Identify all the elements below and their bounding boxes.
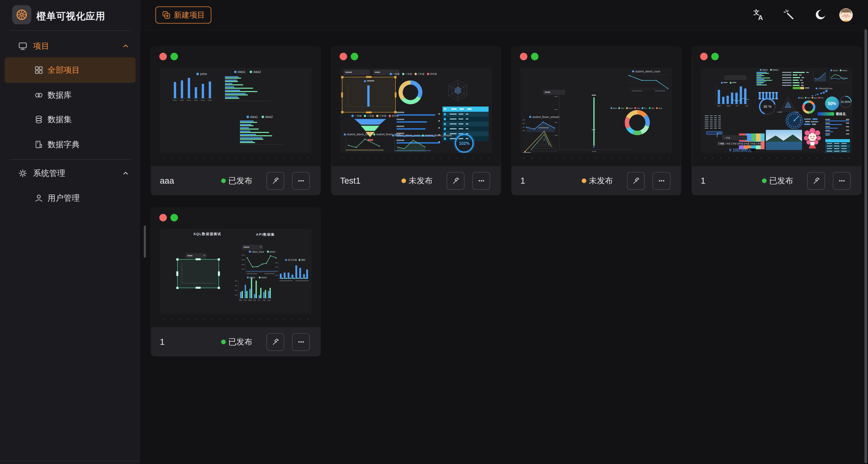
mini-mascot	[804, 128, 821, 149]
project-card[interactable]: price	[151, 47, 321, 195]
dictionary-icon	[34, 140, 43, 149]
thumbnail-dots-row	[340, 157, 492, 159]
mini-hbar-chart: data1 data2	[240, 115, 283, 144]
more-actions-button[interactable]	[833, 172, 851, 190]
sidebar-item-user-management[interactable]: 用户管理	[0, 190, 140, 207]
svg-text:36 %: 36 %	[763, 104, 772, 109]
sidebar-item-all-projects[interactable]: 全部项目	[5, 57, 135, 83]
project-card[interactable]: 一年级 二年级 三年级 四年级 一年级	[331, 47, 501, 195]
sidebar-item-label: 用户管理	[48, 193, 80, 204]
more-actions-button[interactable]	[292, 333, 310, 351]
thumb-title-api: API数据集	[256, 233, 275, 237]
project-card[interactable]: SQL数据源测试 API数据集	[151, 208, 321, 357]
project-thumbnail[interactable]: price	[160, 68, 312, 153]
translate-icon[interactable]: 文 A	[750, 7, 766, 23]
more-actions-button[interactable]	[653, 172, 671, 190]
svg-text:一年级: 一年级	[718, 143, 724, 145]
mini-scatter: chineseScore	[811, 87, 833, 97]
project-thumbnail[interactable]: Mon Wed Fri Sun data1 data2	[701, 68, 852, 153]
sidebar-item-label: 数据库	[48, 90, 72, 101]
sidebar-group-label: 系统管理	[33, 168, 65, 179]
link-icon	[34, 91, 43, 100]
card-footer: 1 未发布	[512, 166, 681, 195]
status-badge: 已发布	[221, 337, 252, 347]
svg-text:price: price	[270, 250, 275, 253]
status-dot	[762, 179, 767, 183]
ellipsis-icon	[297, 338, 306, 346]
svg-text:五年级: 五年级	[743, 143, 749, 145]
hammer-icon	[812, 176, 821, 185]
svg-text:student_attend_count: student_attend_count	[395, 134, 420, 137]
content-scrollbar-thumb[interactable]	[144, 225, 146, 257]
project-card[interactable]: student_attend_count	[512, 47, 681, 195]
chevron-up-icon	[122, 42, 129, 50]
edit-build-button[interactable]	[447, 172, 465, 190]
project-name: 1	[701, 176, 705, 186]
status-dot	[221, 340, 226, 344]
status-dot	[401, 179, 406, 183]
sidebar-item-dataset[interactable]: 数据集	[0, 111, 140, 128]
edit-build-button[interactable]	[267, 172, 284, 190]
project-name: 1	[160, 337, 164, 347]
svg-text:七年级: 七年级	[756, 143, 762, 145]
svg-text:50%: 50%	[828, 101, 836, 106]
svg-text:一年级: 一年级	[354, 115, 362, 117]
svg-text:Thu: Thu	[253, 299, 256, 301]
svg-text:student_flower_amount: student_flower_amount	[532, 116, 559, 119]
svg-text:Sun: Sun	[745, 105, 748, 107]
edit-build-button[interactable]	[267, 333, 284, 351]
sidebar-group-label: 项目	[33, 41, 49, 52]
card-footer: Test1 未发布	[331, 166, 501, 195]
edit-build-button[interactable]	[627, 172, 645, 190]
magic-wand-icon[interactable]	[781, 7, 797, 23]
app-logo	[12, 5, 31, 24]
sidebar-group-projects[interactable]: 项目	[0, 38, 140, 54]
database-icon	[34, 115, 43, 124]
sidebar-group-system[interactable]: 系统管理	[0, 165, 140, 182]
mini-green-list	[782, 72, 809, 89]
project-card[interactable]: Mon Wed Fri Sun data1 data2	[692, 47, 862, 195]
mini-line-chart: student_attend_count	[628, 70, 669, 91]
mini-gauge: 36 %	[757, 96, 778, 117]
sidebar-item-data-dictionary[interactable]: 数据字典	[0, 136, 140, 153]
svg-text:二年级: 二年级	[367, 115, 374, 117]
new-project-button[interactable]: 新建项目	[155, 6, 211, 24]
grid-icon	[34, 66, 43, 74]
user-avatar[interactable]	[838, 7, 854, 23]
svg-text:Wed: Wed	[628, 107, 633, 110]
svg-text:二年级: 二年级	[725, 143, 731, 145]
svg-text:student_attend_count: student_attend_count	[347, 133, 371, 136]
window-dot-red	[159, 53, 167, 60]
project-thumbnail[interactable]: student_attend_count	[520, 68, 672, 153]
edit-build-button[interactable]	[807, 172, 825, 190]
project-thumbnail[interactable]: 一年级 二年级 三年级 四年级 一年级	[340, 68, 492, 153]
sidebar-item-database[interactable]: 数据库	[0, 87, 140, 103]
svg-text:data1: data1	[249, 276, 255, 279]
more-actions-button[interactable]	[472, 172, 490, 190]
new-project-label: 新建项目	[174, 10, 205, 21]
more-actions-button[interactable]	[292, 172, 310, 190]
window-dot-red	[520, 53, 527, 60]
mini-bar-chart: price	[171, 72, 215, 101]
money-label: ¥ 100,000元	[729, 148, 752, 152]
svg-text:合计价格: 合计价格	[288, 259, 297, 261]
svg-text:二年级: 二年级	[405, 73, 412, 75]
mini-progress-list	[397, 112, 440, 144]
svg-text:student_flower_amount: student_flower_amount	[425, 134, 452, 137]
svg-text:Wed: Wed	[726, 105, 730, 107]
project-thumbnail[interactable]: SQL数据源测试 API数据集	[160, 229, 312, 314]
svg-text:Sun: Sun	[268, 299, 271, 301]
mini-left-table	[705, 115, 722, 134]
svg-text:price: price	[200, 72, 207, 76]
mini-gradient-bar: 看得见	[817, 112, 846, 116]
app-root: 橙单可视化应用 项目 全部项目	[0, 0, 868, 464]
moon-icon[interactable]	[812, 7, 828, 23]
svg-text:data1: data1	[250, 115, 258, 119]
window-scrollbar-thumb[interactable]	[864, 29, 867, 463]
svg-text:Mon: Mon	[239, 299, 243, 301]
sidebar-item-label: 全部项目	[48, 65, 80, 75]
mini-donut	[623, 108, 652, 137]
svg-text:data1: data1	[833, 69, 838, 72]
orange-logo-icon	[16, 9, 28, 21]
mini-combo-chart: Mon Wed Fri Sun	[716, 75, 751, 107]
